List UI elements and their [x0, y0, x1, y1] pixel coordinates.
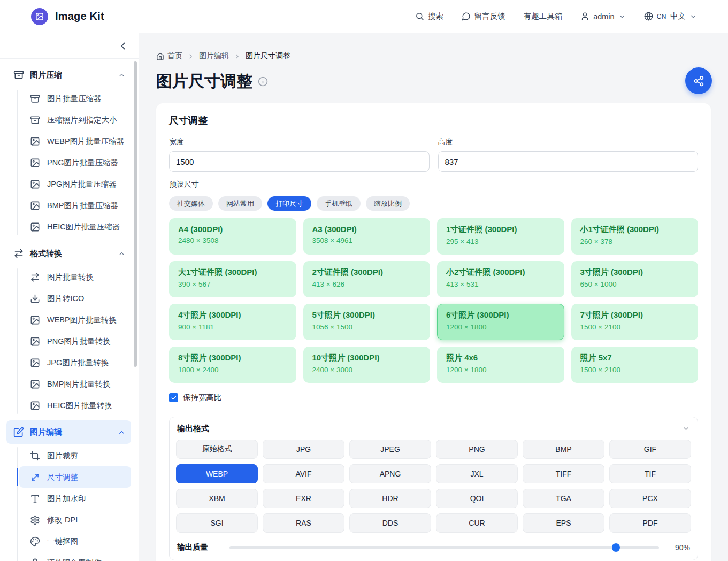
sidebar-item[interactable]: JPG图片批量压缩器: [19, 173, 131, 195]
sidebar-item-label: HEIC图片批量转换: [47, 401, 112, 411]
quality-slider-thumb[interactable]: [612, 543, 620, 552]
user-menu[interactable]: admin: [580, 12, 626, 21]
preset-size-card[interactable]: A3 (300DPI)3508 × 4961: [303, 218, 431, 255]
chevron-right-icon: [187, 53, 194, 60]
breadcrumb-item[interactable]: 首页: [156, 51, 182, 61]
preset-category-tab[interactable]: 缩放比例: [366, 196, 410, 211]
format-button[interactable]: PDF: [609, 513, 691, 533]
format-button[interactable]: HDR: [349, 489, 431, 508]
sidebar-item-label: 一键抠图: [47, 536, 78, 547]
sidebar-item[interactable]: 修改 DPI: [19, 509, 131, 531]
format-button[interactable]: TIFF: [523, 464, 604, 483]
sidebar-section-header[interactable]: 图片压缩: [6, 63, 131, 87]
preset-category-tab[interactable]: 打印尺寸: [267, 196, 311, 211]
sidebar-item[interactable]: HEIC图片批量转换: [19, 395, 131, 416]
sidebar-item[interactable]: PNG图片批量转换: [19, 331, 131, 352]
format-button[interactable]: PNG: [436, 440, 518, 459]
preset-size-card[interactable]: 10寸照片 (300DPI)2400 × 3000: [303, 347, 431, 383]
format-button[interactable]: EPS: [523, 513, 604, 533]
format-button[interactable]: RAS: [263, 513, 344, 533]
keep-aspect-ratio-option[interactable]: 保持宽高比: [169, 393, 698, 403]
breadcrumb-item[interactable]: 图片编辑: [199, 51, 229, 61]
search-button[interactable]: 搜索: [415, 11, 443, 21]
preset-size-card[interactable]: 8寸照片 (300DPI)1800 × 2400: [169, 347, 296, 383]
height-input[interactable]: [438, 151, 699, 172]
sidebar-item[interactable]: BMP图片批量压缩器: [19, 195, 131, 216]
preset-category-tab[interactable]: 手机壁纸: [317, 196, 361, 211]
format-button[interactable]: GIF: [609, 440, 691, 459]
preset-size-card[interactable]: A4 (300DPI)2480 × 3508: [169, 218, 296, 255]
gear-icon: [30, 515, 40, 525]
sidebar-item[interactable]: HEIC图片批量压缩器: [19, 216, 131, 237]
sidebar-item-label: 证件照免费制作: [47, 558, 102, 561]
quality-slider-track[interactable]: [229, 546, 659, 549]
format-button[interactable]: SGI: [176, 513, 258, 533]
sidebar-collapse-button[interactable]: [117, 40, 129, 52]
sidebar-item[interactable]: 图片批量转换: [19, 266, 131, 288]
sidebar-item[interactable]: 尺寸调整: [19, 466, 131, 488]
preset-size-card[interactable]: 小1寸证件照 (300DPI)260 × 378: [571, 218, 699, 255]
sidebar-item[interactable]: 图片批量压缩器: [19, 88, 131, 109]
feedback-button[interactable]: 留言反馈: [462, 11, 505, 21]
format-button[interactable]: XBM: [176, 489, 258, 508]
sidebar-item[interactable]: BMP图片批量转换: [19, 373, 131, 395]
format-button[interactable]: AVIF: [263, 464, 344, 483]
sidebar-item[interactable]: 图片加水印: [19, 488, 131, 509]
format-button[interactable]: 原始格式: [176, 440, 258, 459]
preset-size-card[interactable]: 2寸证件照 (300DPI)413 × 626: [303, 261, 431, 297]
format-button[interactable]: BMP: [523, 440, 604, 459]
sidebar-item[interactable]: 图片裁剪: [19, 445, 131, 466]
sidebar-section-header[interactable]: 格式转换: [6, 242, 131, 265]
output-format-panel: 输出格式 原始格式JPGJPEGPNGBMPGIFWEBPAVIFAPNGJXL…: [169, 417, 698, 560]
sidebar-item[interactable]: 一键抠图: [19, 531, 131, 552]
image-icon: [30, 136, 40, 147]
format-button[interactable]: TGA: [523, 489, 604, 508]
preset-size-card[interactable]: 3寸照片 (300DPI)650 × 1000: [571, 261, 699, 297]
sidebar-item-label: 图片批量压缩器: [47, 94, 102, 104]
format-button[interactable]: QOI: [436, 489, 518, 508]
format-button[interactable]: JPEG: [349, 440, 431, 459]
format-button[interactable]: WEBP: [176, 464, 258, 483]
format-button[interactable]: CUR: [436, 513, 518, 533]
sidebar-item[interactable]: 压缩照片到指定大小: [19, 109, 131, 130]
sidebar-section-header[interactable]: 图片编辑: [6, 420, 131, 444]
preset-size-card[interactable]: 1寸证件照 (300DPI)295 × 413: [437, 218, 564, 255]
format-button[interactable]: JPG: [263, 440, 344, 459]
width-input[interactable]: [169, 151, 430, 172]
preset-size-card[interactable]: 照片 4x61200 × 1800: [437, 347, 564, 383]
keep-aspect-ratio-checkbox[interactable]: [169, 393, 178, 402]
sidebar-scrollbar[interactable]: [134, 61, 137, 367]
page-title: 图片尺寸调整: [156, 71, 252, 93]
format-button[interactable]: JXL: [436, 464, 518, 483]
sidebar-item[interactable]: JPG图片批量转换: [19, 352, 131, 373]
chevron-down-icon: [689, 13, 697, 20]
format-button[interactable]: EXR: [263, 489, 344, 508]
preset-size-card[interactable]: 小2寸证件照 (300DPI)413 × 531: [437, 261, 564, 297]
format-button[interactable]: PCX: [609, 489, 691, 508]
app-logo[interactable]: Image Kit: [31, 8, 104, 25]
format-button[interactable]: TIF: [609, 464, 691, 483]
preset-category-tab[interactable]: 网站常用: [218, 196, 262, 211]
share-button[interactable]: [685, 67, 712, 94]
format-button[interactable]: DDS: [349, 513, 431, 533]
preset-size-card[interactable]: 4寸照片 (300DPI)900 × 1181: [169, 304, 296, 340]
sidebar-item[interactable]: PNG图片批量压缩器: [19, 152, 131, 173]
image-icon: [30, 358, 40, 368]
format-button[interactable]: APNG: [349, 464, 431, 483]
breadcrumb-item[interactable]: 图片尺寸调整: [246, 51, 290, 61]
preset-category-tab[interactable]: 社交媒体: [169, 196, 213, 211]
chevron-down-icon[interactable]: [682, 425, 690, 433]
info-icon[interactable]: [258, 76, 268, 87]
sidebar-item[interactable]: 证件照免费制作: [19, 552, 131, 561]
toolbox-link[interactable]: 有趣工具箱: [524, 11, 563, 21]
preset-size-card[interactable]: 7寸照片 (300DPI)1500 × 2100: [571, 304, 699, 340]
sidebar-item[interactable]: WEBP图片批量转换: [19, 309, 131, 331]
preset-size-card[interactable]: 大1寸证件照 (300DPI)390 × 567: [169, 261, 296, 297]
language-menu[interactable]: CN 中文: [644, 11, 697, 21]
sidebar-item[interactable]: 图片转ICO: [19, 288, 131, 309]
preset-size-card[interactable]: 照片 5x71500 × 2100: [571, 347, 699, 383]
sidebar-item[interactable]: WEBP图片批量压缩器: [19, 130, 131, 152]
preset-size-card[interactable]: 6寸照片 (300DPI)1200 × 1800: [437, 304, 564, 340]
image-icon: [30, 158, 40, 168]
preset-size-card[interactable]: 5寸照片 (300DPI)1056 × 1500: [303, 304, 431, 340]
